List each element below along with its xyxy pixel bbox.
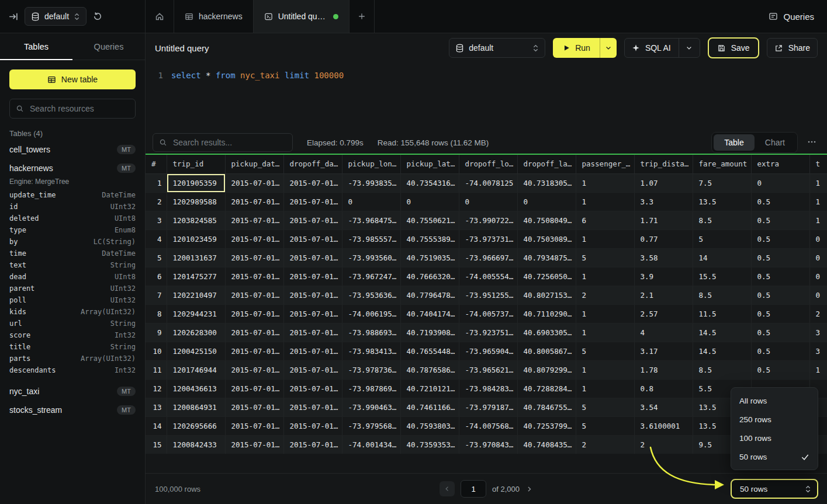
table-cell[interactable]: 40.7666320… xyxy=(400,267,459,286)
table-cell[interactable]: 1 xyxy=(809,192,827,211)
table-cell[interactable]: 0.5 xyxy=(751,360,809,379)
table-cell[interactable]: 1 xyxy=(809,360,827,379)
table-cell[interactable]: 0.5 xyxy=(751,304,809,323)
table-cell[interactable]: -73.953636… xyxy=(342,286,400,304)
table-cell[interactable]: 14.5 xyxy=(693,323,751,342)
row-number[interactable]: 8 xyxy=(146,304,167,323)
column-header[interactable]: fare_amount xyxy=(693,155,751,173)
table-cell[interactable]: 5 xyxy=(576,416,634,435)
table-cell[interactable]: 2015-07-01… xyxy=(283,230,342,248)
table-cell[interactable]: 0 xyxy=(517,192,576,211)
table-cell[interactable]: 1200131637 xyxy=(167,248,225,267)
row-number[interactable]: 10 xyxy=(146,342,167,360)
table-cell[interactable]: 11.5 xyxy=(693,304,751,323)
table-cell[interactable]: 3.54 xyxy=(634,398,693,416)
table-cell[interactable]: 14.5 xyxy=(693,342,751,360)
table-cell[interactable]: 2.1 xyxy=(634,286,693,304)
results-search-input[interactable] xyxy=(172,137,286,148)
table-cell[interactable]: -73.990463… xyxy=(342,398,400,416)
table-cell[interactable]: 40.7253799… xyxy=(517,416,576,435)
table-cell[interactable]: 40.7655448… xyxy=(400,342,459,360)
table-cell[interactable]: 40.7359353… xyxy=(400,435,459,454)
table-cell[interactable]: -74.005554… xyxy=(459,267,517,286)
table-cell[interactable]: 3.3 xyxy=(634,192,693,211)
more-options-icon[interactable] xyxy=(804,137,820,148)
table-cell[interactable]: 1.71 xyxy=(634,211,693,230)
table-cell[interactable]: -74.006195… xyxy=(342,304,400,323)
database-selector[interactable]: default xyxy=(25,7,86,26)
column-header[interactable]: dropoff_lo… xyxy=(459,155,517,173)
new-tab-button[interactable] xyxy=(350,0,375,33)
table-cell[interactable]: -73.951255… xyxy=(459,286,517,304)
column-row[interactable]: timeDateTime xyxy=(0,248,145,259)
table-cell[interactable]: 1 xyxy=(576,267,634,286)
query-database-selector[interactable]: default xyxy=(449,38,545,58)
table-cell[interactable]: -74.005737… xyxy=(459,304,517,323)
table-cell[interactable]: 1 xyxy=(576,323,634,342)
table-cell[interactable]: 2015-07-01… xyxy=(225,360,283,379)
table-cell[interactable]: 1201023459 xyxy=(167,230,225,248)
table-cell[interactable]: 1 xyxy=(576,192,634,211)
column-header[interactable]: pickup_lat… xyxy=(400,155,459,173)
table-cell[interactable]: 2015-07-01… xyxy=(283,211,342,230)
table-cell[interactable]: 1 xyxy=(576,379,634,398)
table-cell[interactable]: -73.979187… xyxy=(459,398,517,416)
table-cell[interactable]: 2015-07-01… xyxy=(225,379,283,398)
sidebar-tab-tables[interactable]: Tables xyxy=(0,33,72,60)
row-number[interactable]: 12 xyxy=(146,379,167,398)
table-cell[interactable]: 1 xyxy=(809,173,827,192)
page-size-select[interactable]: 50 rows xyxy=(731,479,818,499)
table-cell[interactable]: 5 xyxy=(576,398,634,416)
table-cell[interactable]: 5 xyxy=(576,248,634,267)
table-cell[interactable]: 2015-07-01… xyxy=(283,267,342,286)
table-cell[interactable]: 40.7318305… xyxy=(517,173,576,192)
table-cell[interactable]: 1201746944 xyxy=(167,360,225,379)
column-row[interactable]: byLC(String) xyxy=(0,236,145,248)
table-cell[interactable]: 40.7288284… xyxy=(517,379,576,398)
run-options-caret[interactable] xyxy=(600,38,617,58)
sql-editor[interactable]: 1 select * from nyc_taxi limit 100000 xyxy=(146,62,827,131)
table-cell[interactable]: 0.5 xyxy=(751,323,809,342)
table-cell[interactable]: 40.6903305… xyxy=(517,323,576,342)
table-cell[interactable]: -74.001434… xyxy=(342,435,400,454)
table-cell[interactable]: 0.5 xyxy=(751,267,809,286)
table-cell[interactable]: 1 xyxy=(576,230,634,248)
resource-search[interactable] xyxy=(9,99,136,119)
table-cell[interactable]: 2 xyxy=(576,286,634,304)
table-cell[interactable]: 13.5 xyxy=(693,192,751,211)
table-cell[interactable]: 6 xyxy=(576,211,634,230)
table-cell[interactable]: 40.7934875… xyxy=(517,248,576,267)
column-header[interactable]: # xyxy=(146,155,167,173)
table-cell[interactable]: 1 xyxy=(576,360,634,379)
table-cell[interactable]: 2015-07-01… xyxy=(283,435,342,454)
table-cell[interactable]: 8.5 xyxy=(693,211,751,230)
table-cell[interactable]: 1200864931 xyxy=(167,398,225,416)
table-cell[interactable]: 14 xyxy=(693,248,751,267)
table-cell[interactable]: 2 xyxy=(809,304,827,323)
table-cell[interactable]: 15.5 xyxy=(693,267,751,286)
table-cell[interactable]: 2015-07-01… xyxy=(283,323,342,342)
row-number[interactable]: 4 xyxy=(146,230,167,248)
column-row[interactable]: scoreInt32 xyxy=(0,329,145,341)
refresh-icon[interactable] xyxy=(93,12,102,21)
table-cell[interactable]: 2015-07-01… xyxy=(225,230,283,248)
table-cell[interactable]: 1202210497 xyxy=(167,286,225,304)
table-cell[interactable]: 2015-07-01… xyxy=(225,211,283,230)
table-cell[interactable]: 2015-07-01… xyxy=(225,435,283,454)
table-cell[interactable]: 1201475277 xyxy=(167,267,225,286)
table-cell[interactable]: 40.8005867… xyxy=(517,342,576,360)
column-header[interactable]: dropoff_da… xyxy=(283,155,342,173)
column-header[interactable]: passenger_… xyxy=(576,155,634,173)
view-toggle-table[interactable]: Table xyxy=(714,134,754,151)
row-number[interactable]: 6 xyxy=(146,267,167,286)
table-cell[interactable]: 40.7256050… xyxy=(517,267,576,286)
table-cell[interactable]: 1200425150 xyxy=(167,342,225,360)
table-cell[interactable]: -73.979568… xyxy=(342,416,400,435)
table-cell[interactable]: 0 xyxy=(751,173,809,192)
sidebar-tab-queries[interactable]: Queries xyxy=(72,33,145,60)
table-cell[interactable]: 40.7876586… xyxy=(400,360,459,379)
rows-menu-item[interactable]: All rows xyxy=(731,391,818,410)
table-cell[interactable]: 40.7408435… xyxy=(517,435,576,454)
sidebar-item-stocks_stream[interactable]: stocks_streamMT xyxy=(0,401,145,419)
table-cell[interactable]: 0 xyxy=(342,192,400,211)
